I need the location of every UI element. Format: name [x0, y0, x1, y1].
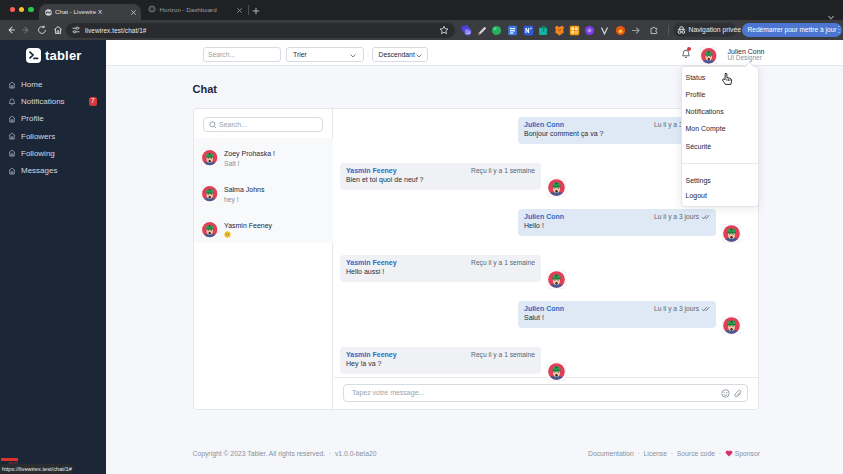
svg-text:1s: 1s [465, 30, 471, 35]
